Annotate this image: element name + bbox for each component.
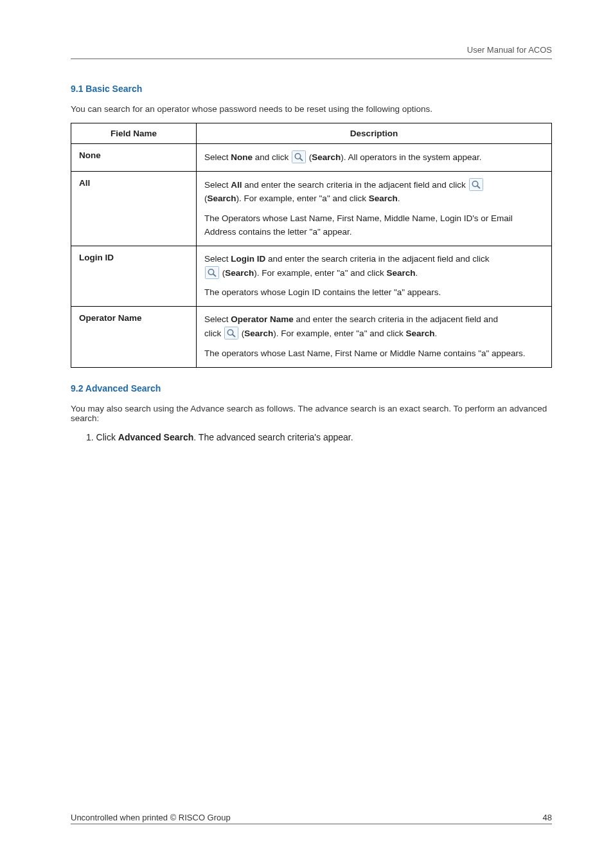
- table-header-row: Field Name Description: [71, 123, 552, 144]
- section-9-2-heading: 9.2 Advanced Search: [71, 383, 552, 393]
- advanced-search-step-1: 1. Click Advanced Search. The advanced s…: [71, 432, 552, 442]
- search-icon: [469, 178, 483, 191]
- search-icon: [292, 150, 306, 163]
- col-field-name: Field Name: [71, 123, 197, 144]
- page-footer: Uncontrolled when printed © RISCO Group …: [71, 813, 552, 824]
- page-header: User Manual for ACOS: [71, 45, 552, 59]
- section-9-1-heading: 9.1 Basic Search: [71, 84, 552, 94]
- search-icon: [224, 327, 238, 339]
- desc-operator-name: Select Operator Name and enter the searc…: [197, 307, 552, 368]
- section-9-1-lead: You can search for an operator whose pas…: [71, 104, 552, 114]
- footer-page-number: 48: [543, 813, 552, 822]
- field-all: All: [71, 171, 197, 246]
- field-login-id: Login ID: [71, 246, 197, 307]
- basic-search-table: Field Name Description None Select None …: [71, 123, 552, 368]
- table-row-all: All Select All and enter the search crit…: [71, 171, 552, 246]
- table-row-none: None Select None and click (Search). All…: [71, 144, 552, 172]
- desc-all: Select All and enter the search criteria…: [197, 171, 552, 246]
- footer-left: Uncontrolled when printed © RISCO Group: [71, 813, 231, 822]
- section-9-2-lead: You may also search using the Advance se…: [71, 404, 552, 423]
- table-row-operator-name: Operator Name Select Operator Name and e…: [71, 307, 552, 368]
- table-row-login-id: Login ID Select Login ID and enter the s…: [71, 246, 552, 307]
- search-icon: [205, 266, 219, 279]
- col-description: Description: [197, 123, 552, 144]
- field-operator-name: Operator Name: [71, 307, 197, 368]
- desc-login-id: Select Login ID and enter the search cri…: [197, 246, 552, 307]
- header-title: User Manual for ACOS: [467, 45, 552, 55]
- desc-none: Select None and click (Search). All oper…: [197, 144, 552, 172]
- field-none: None: [71, 144, 197, 172]
